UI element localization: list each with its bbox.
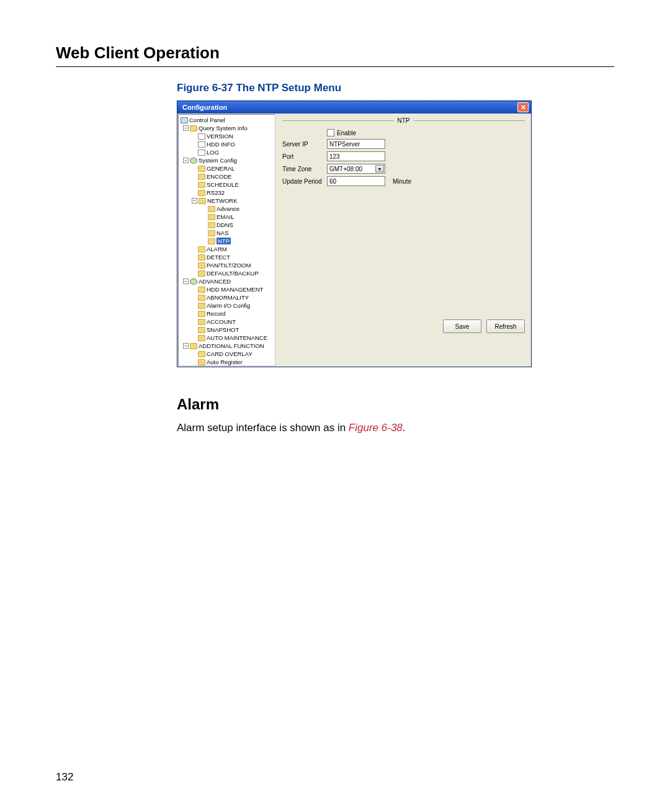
tree-rs232[interactable]: RS232 xyxy=(181,189,274,197)
tree-label: EMAIL xyxy=(217,213,234,221)
page-number: 132 xyxy=(56,771,73,783)
folder-icon xyxy=(208,214,215,220)
panel-title: NTP xyxy=(394,117,414,124)
folder-icon xyxy=(198,295,205,301)
collapse-icon[interactable]: − xyxy=(183,279,189,284)
folder-icon xyxy=(199,198,206,204)
figure-caption: Figure 6-37 The NTP Setup Menu xyxy=(177,82,614,94)
tree-record[interactable]: Record xyxy=(181,310,274,318)
save-button[interactable]: Save xyxy=(443,319,481,333)
tree-advance[interactable]: Advance xyxy=(181,205,274,213)
tree-label: ABNORMALITY xyxy=(207,294,249,301)
unit-label: Minute xyxy=(393,178,411,185)
tree-version[interactable]: VERSION xyxy=(181,132,274,140)
tree-root[interactable]: Control Panel xyxy=(181,116,274,124)
tree-email[interactable]: EMAIL xyxy=(181,213,274,221)
tree-abnormality[interactable]: ABNORMALITY xyxy=(181,293,274,301)
folder-icon xyxy=(198,311,205,317)
folder-icon xyxy=(208,222,215,228)
tree-auto-register[interactable]: Auto Register xyxy=(181,358,274,366)
tree-label: GENERAL xyxy=(207,165,234,172)
tree-hdd-management[interactable]: HDD MANAGEMENT xyxy=(181,285,274,293)
tree-network[interactable]: − NETWORK xyxy=(181,197,274,205)
monitor-icon xyxy=(181,117,188,123)
tree-hdd-info[interactable]: HDD INFO xyxy=(181,140,274,148)
folder-icon xyxy=(198,166,205,172)
tree-query-system-info[interactable]: − Query System Info xyxy=(181,124,274,132)
close-icon: ✕ xyxy=(520,104,526,111)
tree-alarm-io[interactable]: Alarm I/O Config xyxy=(181,301,274,310)
tree-card-overlay[interactable]: CARD OVERLAY xyxy=(181,350,274,358)
tree-label: Auto Register xyxy=(207,359,243,366)
timezone-value: GMT+08:00 xyxy=(329,166,362,172)
form-panel: NTP Enable Server IP Port Time Z xyxy=(276,114,531,367)
tree-panel: Control Panel − Query System Info VERSIO… xyxy=(178,114,275,366)
body-text-1: Alarm setup interface is shown as in xyxy=(177,422,349,434)
enable-label: Enable xyxy=(337,130,356,136)
server-ip-input[interactable] xyxy=(327,139,385,149)
tree-advanced[interactable]: − ADVANCED xyxy=(181,277,274,285)
tree-ptz[interactable]: PAN/TILT/ZOOM xyxy=(181,261,274,269)
folder-icon xyxy=(198,246,205,252)
tree-label: CARD OVERLAY xyxy=(207,350,252,358)
close-button[interactable]: ✕ xyxy=(517,102,529,112)
tree-account[interactable]: ACCOUNT xyxy=(181,318,274,326)
tree-label: Alarm I/O Config xyxy=(207,302,250,310)
doc-icon xyxy=(198,141,205,148)
tree-label: AUTO MAINTENANCE xyxy=(207,334,267,342)
section-heading: Alarm xyxy=(177,396,614,413)
tree-addtional-function[interactable]: − ADDTIONAL FUNCTION xyxy=(181,342,274,350)
collapse-icon[interactable]: − xyxy=(183,158,189,163)
tree-schedule[interactable]: SCHEDULE xyxy=(181,181,274,189)
refresh-button[interactable]: Refresh xyxy=(486,319,525,333)
server-ip-label: Server IP xyxy=(282,141,327,148)
tree-encode[interactable]: ENCODE xyxy=(181,172,274,181)
folder-icon xyxy=(190,343,197,349)
tree-label: ALARM xyxy=(207,246,227,253)
collapse-icon[interactable]: − xyxy=(192,198,197,203)
folder-icon xyxy=(198,351,205,357)
tree-alarm[interactable]: ALARM xyxy=(181,245,274,253)
gear-icon xyxy=(190,158,197,164)
timezone-select[interactable]: GMT+08:00 ▼ xyxy=(327,164,385,174)
tree-nas[interactable]: NAS xyxy=(181,229,274,237)
tree-label: DETECT xyxy=(207,254,230,261)
tree-default-backup[interactable]: DEFAULT/BACKUP xyxy=(181,269,274,277)
tree-label-selected: NTP xyxy=(217,238,231,245)
tree-detect[interactable]: DETECT xyxy=(181,253,274,261)
tree-label: LOG xyxy=(207,149,219,156)
folder-icon xyxy=(198,287,205,293)
tree-ntp[interactable]: NTP xyxy=(181,237,274,245)
port-input[interactable] xyxy=(327,151,385,161)
folder-icon xyxy=(198,270,205,277)
update-period-input[interactable] xyxy=(327,176,385,186)
tree-system-config[interactable]: − System Config xyxy=(181,156,274,164)
window-title: Configuration xyxy=(182,104,517,111)
tree-snapshot[interactable]: SNAPSHOT xyxy=(181,326,274,334)
collapse-icon[interactable]: − xyxy=(183,343,189,349)
tree-label: NAS xyxy=(217,230,229,237)
folder-icon xyxy=(198,190,205,196)
enable-checkbox[interactable] xyxy=(327,129,334,136)
tree-label: ADVANCED xyxy=(199,278,231,285)
doc-icon xyxy=(198,149,205,156)
folder-icon xyxy=(208,230,215,236)
tree-ddns[interactable]: DDNS xyxy=(181,221,274,229)
folder-icon xyxy=(198,327,205,333)
tree-label: ADDTIONAL FUNCTION xyxy=(199,342,264,350)
body-text: Alarm setup interface is shown as in Fig… xyxy=(177,422,614,434)
tree-label: Advance xyxy=(217,205,239,213)
titlebar: Configuration ✕ xyxy=(177,101,531,114)
tree-auto-maintenance[interactable]: AUTO MAINTENANCE xyxy=(181,334,274,342)
collapse-icon[interactable]: − xyxy=(183,125,189,131)
figure-reference: Figure 6-38 xyxy=(349,422,403,434)
tree-label: DDNS xyxy=(217,221,233,229)
body-text-2: . xyxy=(403,422,406,434)
tree-general[interactable]: GENERAL xyxy=(181,164,274,172)
tree-label: Control Panel xyxy=(189,117,225,124)
tree-log[interactable]: LOG xyxy=(181,148,274,156)
tree-label: System Config xyxy=(199,157,237,164)
folder-icon xyxy=(198,303,205,309)
tree-label: Query System Info xyxy=(199,125,248,132)
tree-label: HDD MANAGEMENT xyxy=(207,286,263,293)
